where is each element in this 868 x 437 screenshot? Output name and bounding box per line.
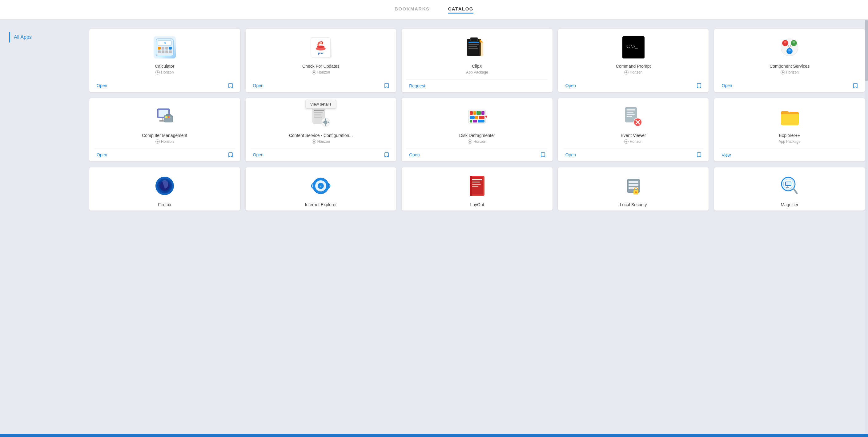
app-card-calculator: 0 Calculator Horizon — [89, 29, 240, 92]
ie-icon: e — [310, 175, 332, 197]
svg-rect-67 — [627, 112, 633, 113]
app-card-firefox: Firefox — [89, 167, 240, 211]
java-icon: java — [310, 36, 332, 59]
app-name-local-security: Local Security — [620, 202, 647, 208]
app-name-defrag: Disk Defragmenter — [459, 133, 495, 138]
svg-rect-88 — [470, 176, 472, 196]
svg-rect-35 — [162, 118, 163, 120]
app-grid-row3: Firefox e Internet Explorer — [89, 164, 865, 214]
compservices-icon — [778, 36, 801, 59]
bookmark-button-defrag[interactable] — [538, 151, 548, 158]
bookmark-button-content-service[interactable] — [382, 151, 391, 158]
svg-text:0: 0 — [164, 41, 165, 45]
app-card-actions-clipx: Request — [407, 80, 548, 92]
app-card-layout: LayOut — [402, 167, 553, 211]
open-button-calculator[interactable]: Open — [94, 83, 110, 89]
scrollbar[interactable] — [865, 20, 868, 437]
svg-rect-5 — [165, 47, 168, 50]
svg-rect-49 — [325, 119, 326, 120]
scrollbar-thumb[interactable] — [865, 20, 868, 81]
svg-rect-8 — [162, 51, 164, 53]
request-button-clipx[interactable]: Request — [407, 83, 428, 89]
app-grid-row1: 0 Calculator Horizon — [89, 26, 865, 95]
open-button-check-updates[interactable]: Open — [251, 83, 266, 89]
svg-point-26 — [784, 41, 786, 43]
open-button-content-service[interactable]: Open — [251, 152, 266, 158]
horizon-icon-check-updates — [312, 70, 316, 74]
bookmark-button-cmd[interactable] — [694, 82, 704, 89]
open-button-cmd[interactable]: Open — [563, 83, 578, 89]
content-service-icon — [310, 105, 332, 128]
open-button-computer-mgmt[interactable]: Open — [94, 152, 110, 158]
sidebar-item-all-apps[interactable]: All Apps — [9, 32, 77, 42]
app-source-content-service: Horizon — [312, 139, 330, 144]
svg-rect-85 — [472, 182, 480, 183]
open-button-event-viewer[interactable]: Open — [563, 152, 578, 158]
app-card-clipx: ClipX App Package Request — [402, 29, 553, 92]
view-button-explorer[interactable]: View — [719, 152, 733, 158]
defrag-icon — [466, 105, 488, 128]
horizon-icon-compmgmt — [155, 139, 160, 144]
svg-rect-50 — [325, 124, 326, 126]
bookmark-button-calculator[interactable] — [226, 82, 235, 89]
horizon-icon-compservices — [781, 70, 785, 74]
app-name-clipx: ClipX — [472, 63, 482, 69]
app-source-explorer: App Package — [779, 139, 801, 144]
app-card-event-viewer: Event Viewer Horizon Open — [558, 98, 709, 161]
tab-catalog[interactable]: CATALOG — [448, 6, 473, 13]
svg-rect-22 — [479, 42, 483, 56]
bookmark-button-event-viewer[interactable] — [694, 151, 704, 158]
app-card-defrag: Disk Defragmenter Horizon Open — [402, 98, 553, 161]
magnifier-icon — [778, 175, 801, 197]
app-name-ie: Internet Explorer — [305, 202, 337, 208]
app-name-calculator: Calculator — [155, 63, 174, 69]
open-button-component-services[interactable]: Open — [719, 83, 735, 89]
svg-rect-69 — [627, 116, 632, 117]
horizon-icon-calculator — [155, 70, 160, 74]
taskbar — [0, 434, 868, 437]
app-name-magnifier: Magnifier — [781, 202, 799, 208]
svg-rect-54 — [470, 111, 473, 115]
tab-bookmarks[interactable]: BOOKMARKS — [395, 6, 430, 13]
svg-rect-17 — [468, 42, 479, 43]
app-name-layout: LayOut — [470, 202, 484, 208]
open-button-defrag[interactable]: Open — [407, 152, 422, 158]
app-card-actions-computer-mgmt: Open — [94, 148, 235, 161]
layout-icon — [466, 175, 488, 197]
svg-rect-62 — [473, 120, 477, 123]
svg-text:C:\>_: C:\>_ — [626, 44, 638, 49]
app-name-check-updates: Check For Updates — [302, 63, 340, 69]
svg-rect-86 — [472, 184, 481, 185]
app-grid-container: 0 Calculator Horizon — [86, 26, 868, 214]
bookmark-button-component-services[interactable] — [851, 82, 860, 89]
svg-rect-44 — [314, 112, 322, 113]
app-card-actions-check-updates: Open — [251, 79, 392, 92]
app-card-actions-event-viewer: Open — [563, 148, 704, 161]
app-card-local-security: Local Security — [558, 167, 709, 211]
cmd-icon: C:\>_ — [622, 36, 645, 59]
svg-rect-60 — [479, 116, 485, 119]
svg-rect-45 — [314, 115, 321, 116]
svg-point-94 — [635, 191, 637, 193]
app-card-magnifier: Magnifier — [714, 167, 865, 211]
svg-point-30 — [788, 49, 791, 52]
clipx-icon — [466, 36, 488, 59]
app-card-actions-defrag: Open — [407, 148, 548, 161]
app-name-content-service: Content Service - Configuration... — [289, 133, 353, 138]
svg-rect-19 — [468, 46, 477, 47]
svg-rect-3 — [158, 47, 161, 50]
svg-rect-55 — [473, 111, 476, 115]
horizon-icon-event-viewer — [624, 139, 628, 144]
bookmark-button-check-updates[interactable] — [382, 82, 391, 89]
svg-rect-40 — [165, 116, 167, 118]
app-grid-row2: Computer Management Horizon Open — [89, 95, 865, 164]
app-card-actions-calculator: Open — [94, 79, 235, 92]
svg-rect-99 — [787, 186, 788, 187]
app-name-explorer: Explorer++ — [779, 133, 800, 138]
bookmark-button-computer-mgmt[interactable] — [226, 151, 235, 158]
svg-rect-10 — [169, 51, 172, 53]
horizon-icon-defrag — [468, 139, 472, 144]
app-source-defrag: Horizon — [468, 139, 486, 144]
svg-rect-46 — [314, 117, 322, 118]
app-card-actions-content-service: Open — [251, 148, 392, 161]
